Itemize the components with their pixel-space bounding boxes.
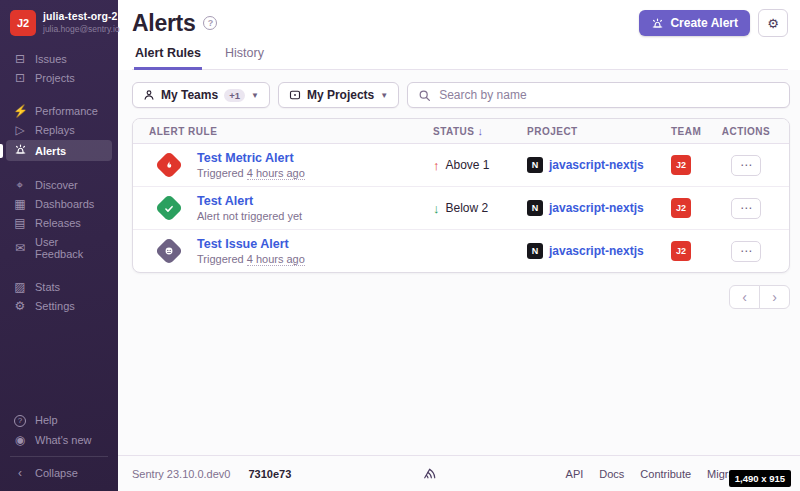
pagination: ‹ › — [132, 285, 790, 309]
sidebar-group-primary: ⊟ Issues ⊡ Projects — [0, 49, 118, 88]
sidebar-item-label: Collapse — [35, 467, 78, 479]
sidebar-item-label: Issues — [35, 53, 67, 65]
sidebar-item-whats-new[interactable]: ◉ What's new — [6, 431, 112, 449]
sidebar-item-issues[interactable]: ⊟ Issues — [6, 50, 112, 68]
sidebar-item-discover[interactable]: ⌖ Discover — [6, 176, 112, 194]
project-link[interactable]: javascript-nextjs — [549, 201, 644, 215]
project-link[interactable]: javascript-nextjs — [549, 158, 644, 172]
create-alert-button[interactable]: Create Alert — [639, 10, 750, 36]
table-row: Test Alert Alert not triggered yet ↓ Bel… — [133, 186, 789, 229]
table-row: Test Metric Alert Triggered 4 hours ago … — [133, 144, 789, 186]
sidebar-item-label: Alerts — [35, 145, 66, 157]
sidebar-item-label: User Feedback — [35, 236, 105, 260]
search-input[interactable] — [439, 88, 779, 102]
project-link[interactable]: javascript-nextjs — [549, 244, 644, 258]
row-actions-button[interactable]: ⋯ — [731, 155, 761, 176]
page-title: Alerts — [132, 10, 195, 37]
metric-alert-critical-icon — [155, 151, 183, 179]
project-cell: N javascript-nextjs — [527, 200, 665, 216]
org-switcher[interactable]: J2 julia-test-org-2 … julia.hoge@sentry.… — [0, 10, 118, 36]
sidebar-item-label: Discover — [35, 179, 78, 191]
status-cell: ↑ Above 1 — [433, 158, 521, 173]
sidebar-item-projects[interactable]: ⊡ Projects — [6, 69, 112, 87]
table-row: Test Issue Alert Triggered 4 hours ago N… — [133, 229, 789, 272]
user-icon — [143, 89, 155, 101]
sidebar-item-help[interactable]: ? Help — [6, 410, 112, 430]
alerts-settings-button[interactable]: ⚙ — [758, 9, 788, 37]
row-actions-button[interactable]: ⋯ — [731, 198, 761, 219]
project-cell: N javascript-nextjs — [527, 157, 665, 173]
chevron-down-icon: ▼ — [380, 91, 388, 100]
sidebar-item-performance[interactable]: ⚡ Performance — [6, 102, 112, 120]
org-email: julia.hoge@sentry.io — [43, 24, 131, 34]
alert-rules-table: Alert Rule Status↓ Project Team Actions — [132, 118, 790, 273]
footer-link-contribute[interactable]: Contribute — [640, 468, 691, 480]
next-page-button[interactable]: › — [759, 285, 790, 309]
sidebar-item-label: Releases — [35, 217, 81, 229]
footer: Sentry 23.10.0.dev0 7310e73 API Docs Con… — [118, 455, 800, 491]
gear-icon: ⚙ — [767, 16, 779, 31]
sidebar-item-label: Replays — [35, 124, 75, 136]
previous-page-button[interactable]: ‹ — [729, 285, 760, 309]
search-bar — [407, 82, 790, 108]
nextjs-platform-icon: N — [527, 200, 543, 216]
issue-alert-icon — [155, 237, 183, 265]
alert-rule-subtitle: Alert not triggered yet — [197, 210, 302, 222]
metric-alert-ok-icon — [155, 194, 183, 222]
sidebar-item-stats[interactable]: ▨ Stats — [6, 278, 112, 296]
sidebar-item-releases[interactable]: ▤ Releases — [6, 214, 112, 232]
sidebar: J2 julia-test-org-2 … julia.hoge@sentry.… — [0, 0, 118, 491]
sort-arrow-icon: ↓ — [478, 125, 484, 137]
triggered-time-link[interactable]: 4 hours ago — [247, 253, 305, 266]
sidebar-bottom: ? Help ◉ What's new ‹ Collapse — [0, 409, 118, 483]
sidebar-group-insights: ⌖ Discover ▦ Dashboards ▤ Releases ✉ Use… — [0, 175, 118, 264]
alert-rule-link[interactable]: Test Issue Alert — [197, 237, 305, 251]
alert-rule-subtitle: Triggered 4 hours ago — [197, 253, 305, 265]
discover-icon: ⌖ — [13, 179, 27, 191]
tab-history[interactable]: History — [224, 46, 265, 70]
sidebar-item-alerts[interactable]: Alerts — [6, 140, 112, 161]
col-status[interactable]: Status↓ — [433, 125, 521, 137]
sidebar-item-label: Help — [35, 414, 58, 426]
sentry-logo — [421, 466, 436, 481]
col-project: Project — [527, 126, 665, 137]
team-avatar: J2 — [671, 198, 691, 218]
filter-bar: My Teams +1 ▼ My Projects ▼ — [132, 82, 790, 108]
alert-rule-link[interactable]: Test Metric Alert — [197, 151, 305, 165]
footer-link-api[interactable]: API — [566, 468, 584, 480]
main-area: Alerts ? Create Alert ⚙ — [118, 0, 800, 491]
sidebar-item-label: Performance — [35, 105, 98, 117]
my-teams-dropdown[interactable]: My Teams +1 ▼ — [132, 82, 270, 108]
build-sha: 7310e73 — [248, 468, 291, 480]
project-icon — [289, 89, 301, 101]
my-projects-dropdown[interactable]: My Projects ▼ — [278, 82, 399, 108]
settings-icon: ⚙ — [13, 300, 27, 312]
table-header-row: Alert Rule Status↓ Project Team Actions — [133, 119, 789, 144]
title-help-icon[interactable]: ? — [203, 16, 217, 30]
app-window: J2 julia-test-org-2 … julia.hoge@sentry.… — [0, 0, 800, 491]
chevron-down-icon: ▼ — [251, 91, 259, 100]
sidebar-item-replays[interactable]: ▷ Replays — [6, 121, 112, 139]
stats-icon: ▨ — [13, 281, 27, 293]
footer-link-docs[interactable]: Docs — [599, 468, 624, 480]
replays-icon: ▷ — [13, 124, 27, 136]
col-team: Team — [671, 126, 713, 137]
row-actions-button[interactable]: ⋯ — [731, 241, 761, 262]
user-feedback-icon: ✉ — [13, 242, 27, 254]
sidebar-item-settings[interactable]: ⚙ Settings — [6, 297, 112, 315]
page-header: Alerts ? Create Alert ⚙ — [118, 0, 800, 70]
collapse-chevron-icon: ‹ — [13, 467, 27, 479]
sidebar-item-label: Dashboards — [35, 198, 94, 210]
sidebar-item-dashboards[interactable]: ▦ Dashboards — [6, 195, 112, 213]
team-avatar: J2 — [671, 155, 691, 175]
sidebar-item-user-feedback[interactable]: ✉ User Feedback — [6, 233, 112, 263]
sidebar-item-label: Projects — [35, 72, 75, 84]
alert-rule-link[interactable]: Test Alert — [197, 194, 302, 208]
sidebar-collapse-button[interactable]: ‹ Collapse — [6, 464, 112, 482]
arrow-up-icon: ↑ — [433, 158, 440, 173]
triggered-time-link[interactable]: 4 hours ago — [247, 167, 305, 180]
tab-alert-rules[interactable]: Alert Rules — [134, 46, 202, 70]
alert-rule-subtitle: Triggered 4 hours ago — [197, 167, 305, 179]
broadcast-icon: ◉ — [13, 434, 27, 446]
sentry-version: Sentry 23.10.0.dev0 — [132, 468, 230, 480]
